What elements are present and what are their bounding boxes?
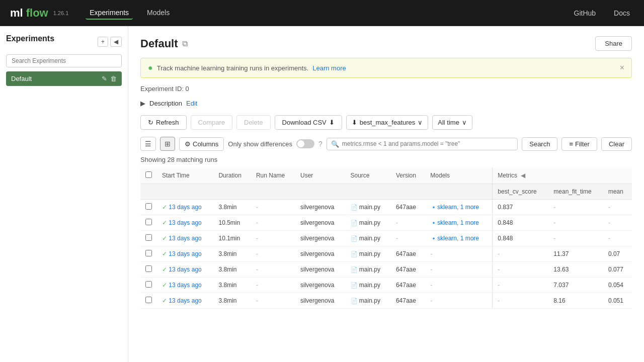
description-expand-icon[interactable]: ▶ xyxy=(140,100,145,107)
nav-models[interactable]: Models xyxy=(143,7,174,20)
start-time-3: ✓ 13 days ago xyxy=(157,246,213,262)
search-input[interactable] xyxy=(342,140,513,147)
mean-fit-time-header: mean_fit_time xyxy=(548,184,603,200)
nav-experiments[interactable]: Experiments xyxy=(86,7,133,20)
models-4: - xyxy=(425,262,493,278)
page-title: Default xyxy=(140,37,178,50)
row-select-2[interactable] xyxy=(145,234,152,241)
time-range-chevron: ∨ xyxy=(462,119,467,126)
models-5: - xyxy=(425,278,493,293)
row-select-1[interactable] xyxy=(145,219,152,225)
model-link-2[interactable]: sklearn, 1 more xyxy=(437,235,479,242)
row-select-0[interactable] xyxy=(145,203,152,210)
filter-button[interactable]: ≡ Filter xyxy=(561,137,597,151)
filter-key-select[interactable]: ⬇ best_max_features ∨ xyxy=(346,115,429,130)
add-experiment-btn[interactable]: + xyxy=(98,37,108,47)
metrics-collapse-icon[interactable]: ◀ xyxy=(521,172,525,179)
mean-6: 0.051 xyxy=(603,293,632,309)
model-icon-1: 🔹 xyxy=(430,220,437,226)
source-name-2: main.py xyxy=(359,235,380,242)
user-4: silvergenova xyxy=(295,262,346,278)
copy-icon[interactable]: ⧉ xyxy=(182,39,188,48)
row-checkbox-0 xyxy=(140,200,157,215)
table-row: ✓ 13 days ago 3.8min - silvergenova 📄 ma… xyxy=(140,293,632,309)
page-title-area: Default ⧉ xyxy=(140,37,188,50)
download-csv-button[interactable]: Download CSV ⬇ xyxy=(275,115,342,130)
diff-toggle-switch[interactable] xyxy=(296,139,314,148)
duration-3: 3.8min xyxy=(213,246,251,262)
sidebar-item-label: Default xyxy=(11,75,32,82)
delete-button[interactable]: Delete xyxy=(236,115,271,130)
select-all-checkbox[interactable] xyxy=(145,171,152,178)
row-checkbox-4 xyxy=(140,262,157,278)
run-link-1[interactable]: 13 days ago xyxy=(169,219,201,226)
row-select-5[interactable] xyxy=(145,281,152,288)
metrics-group-header: Metrics ◀ xyxy=(493,167,632,184)
mean-4: 0.077 xyxy=(603,262,632,278)
toggle-knob xyxy=(297,140,304,147)
best-cv-score-header: best_cv_score xyxy=(493,184,548,200)
banner-close-icon[interactable]: × xyxy=(620,63,624,72)
run-link-4[interactable]: 13 days ago xyxy=(169,266,201,273)
source-4: 📄 main.py xyxy=(346,262,391,278)
grid-view-btn[interactable]: ⊞ xyxy=(160,137,175,151)
best-cv-score-6: - xyxy=(493,293,548,309)
help-icon[interactable]: ? xyxy=(318,140,323,148)
nav-docs[interactable]: Docs xyxy=(610,7,634,19)
edit-experiment-btn[interactable]: ✎ xyxy=(102,75,107,82)
version-header: Version xyxy=(391,167,425,184)
run-link-0[interactable]: 13 days ago xyxy=(169,204,201,211)
source-name-0: main.py xyxy=(359,204,380,211)
delete-experiment-btn[interactable]: 🗑 xyxy=(110,75,117,82)
runs-table: Start Time Duration Run Name User Source… xyxy=(140,167,632,309)
row-select-3[interactable] xyxy=(145,250,152,256)
row-select-4[interactable] xyxy=(145,265,152,272)
time-range-select[interactable]: All time ∨ xyxy=(432,115,472,130)
file-icon-2: 📄 xyxy=(351,235,358,241)
sidebar-title: Experiments xyxy=(6,34,54,43)
run-link-6[interactable]: 13 days ago xyxy=(169,297,201,304)
learn-more-link[interactable]: Learn more xyxy=(312,64,346,72)
file-icon-3: 📄 xyxy=(351,251,358,257)
source-6: 📄 main.py xyxy=(346,293,391,309)
success-icon-4: ✓ xyxy=(162,266,167,273)
row-select-6[interactable] xyxy=(145,297,152,303)
list-view-btn[interactable]: ☰ xyxy=(140,137,156,151)
model-link-0[interactable]: sklearn, 1 more xyxy=(437,204,479,211)
clear-button[interactable]: Clear xyxy=(601,137,632,151)
description-edit-link[interactable]: Edit xyxy=(186,100,197,107)
run-link-5[interactable]: 13 days ago xyxy=(169,282,201,289)
best-cv-score-3: - xyxy=(493,246,548,262)
experiment-id: Experiment ID: 0 xyxy=(140,85,632,93)
source-3: 📄 main.py xyxy=(346,246,391,262)
refresh-icon: ↻ xyxy=(148,119,153,126)
refresh-label: Refresh xyxy=(156,119,179,126)
duration-4: 3.8min xyxy=(213,262,251,278)
refresh-button[interactable]: ↻ Refresh xyxy=(140,115,187,130)
table-row: ✓ 13 days ago 10.1min - silvergenova 📄 m… xyxy=(140,231,632,246)
sidebar-item-default[interactable]: Default ✎ 🗑 xyxy=(6,71,122,86)
info-banner: ● Track machine learning training runs i… xyxy=(140,58,632,78)
select-all-header xyxy=(140,167,157,184)
grid-view-icon: ⊞ xyxy=(165,140,171,148)
share-button[interactable]: Share xyxy=(595,36,632,51)
source-name-4: main.py xyxy=(359,266,380,273)
mean-0: - xyxy=(603,200,632,215)
collapse-sidebar-btn[interactable]: ◀ xyxy=(110,37,122,47)
toolbar: ↻ Refresh Compare Delete Download CSV ⬇ … xyxy=(140,115,632,130)
search-experiments-input[interactable] xyxy=(6,54,122,67)
nav-github[interactable]: GitHub xyxy=(570,7,600,19)
search-button[interactable]: Search xyxy=(522,137,557,151)
run-link-3[interactable]: 13 days ago xyxy=(169,250,201,257)
success-icon-2: ✓ xyxy=(162,235,167,242)
info-banner-text: Track machine learning training runs in … xyxy=(157,64,309,72)
run-link-2[interactable]: 13 days ago xyxy=(169,235,201,242)
runs-count: Showing 28 matching runs xyxy=(140,156,632,163)
mean-fit-time-2: - xyxy=(548,231,603,246)
columns-button[interactable]: ⚙ Columns xyxy=(179,137,224,151)
sidebar-item-actions: ✎ 🗑 xyxy=(102,75,117,82)
model-link-1[interactable]: sklearn, 1 more xyxy=(437,219,479,226)
mean-fit-time-0: - xyxy=(548,200,603,215)
compare-button[interactable]: Compare xyxy=(191,115,232,130)
duration-2: 10.1min xyxy=(213,231,251,246)
